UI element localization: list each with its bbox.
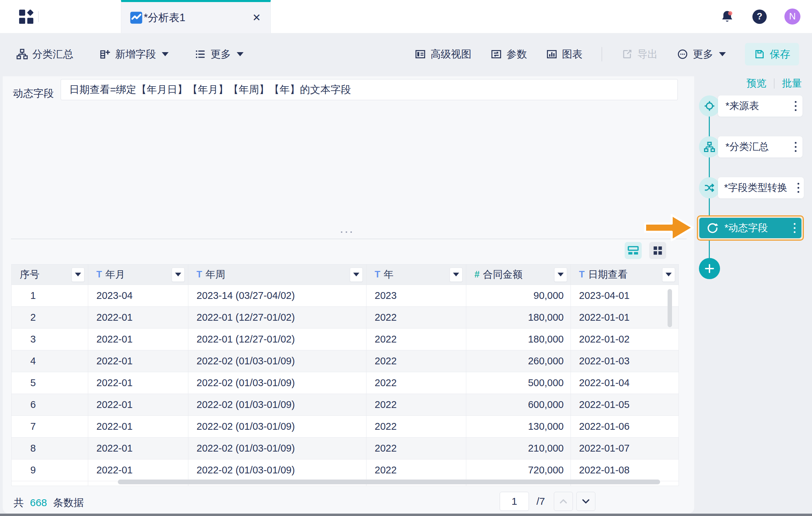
table-cell: 600,000 — [466, 394, 571, 416]
column-dropdown-button[interactable] — [662, 268, 675, 282]
add-node-button[interactable] — [699, 258, 720, 279]
preview-link[interactable]: 预览 — [747, 77, 766, 90]
dynamic-field-input[interactable] — [61, 79, 678, 100]
chart-icon — [546, 48, 558, 60]
advanced-view-icon — [415, 48, 426, 60]
toolbar: 分类汇总 新增字段 更多 — [0, 33, 812, 75]
table-cell: 2022 — [366, 329, 466, 350]
column-dropdown-button[interactable] — [350, 268, 363, 282]
next-page-button[interactable] — [576, 492, 595, 511]
column-dropdown-button[interactable] — [450, 268, 463, 282]
list-view-toggle[interactable] — [625, 242, 642, 259]
table-cell: 2022 — [366, 394, 466, 416]
save-button[interactable]: 保存 — [745, 43, 799, 65]
table-row[interactable]: 82022-012022-02 (01/03-01/09)2022210,000… — [12, 438, 679, 459]
table-row[interactable]: 92022-012022-02 (01/03-01/09)2022720,000… — [12, 459, 679, 481]
vertical-scrollbar-thumb[interactable] — [668, 289, 672, 327]
column-header-label: 年周 — [206, 268, 225, 282]
table-cell: 2022 — [366, 416, 466, 438]
table-row[interactable]: 12023-042023-14 (03/27-04/02)202390,0002… — [12, 285, 679, 307]
table-cell: 2022-02 (01/03-01/09) — [188, 459, 366, 481]
table-cell: 2022-01 — [88, 307, 188, 329]
links-divider — [774, 78, 775, 89]
highlight-arrow-annotation — [644, 210, 695, 246]
batch-link[interactable]: 批量 — [782, 77, 802, 90]
save-label: 保存 — [770, 47, 790, 61]
bottom-edge-strip — [0, 514, 812, 516]
more-left-button[interactable]: 更多 — [194, 47, 244, 61]
column-dropdown-button[interactable] — [72, 268, 84, 282]
table-cell: 2023-04-01 — [571, 285, 679, 307]
column-dropdown-button[interactable] — [172, 268, 185, 282]
field-type-convert-node-icon[interactable] — [699, 177, 720, 198]
table-cell: 2022 — [366, 350, 466, 372]
export-label: 导出 — [637, 47, 658, 61]
pipeline-node-group-summary[interactable]: *分类汇总 — [718, 136, 802, 157]
table-cell: 2023 — [366, 285, 466, 307]
export-button[interactable]: 导出 — [621, 47, 658, 61]
table-cell: 2022-01-05 — [571, 394, 679, 416]
table-body: 12023-042023-14 (03/27-04/02)202390,0002… — [12, 285, 679, 486]
table-cell: 180,000 — [466, 329, 571, 350]
column-header-label: 合同金额 — [483, 268, 522, 282]
group-summary-node-icon[interactable] — [699, 136, 720, 157]
total-prefix: 共 — [14, 497, 24, 508]
table-cell: 2022-01-06 — [571, 416, 679, 438]
column-dropdown-button[interactable] — [554, 268, 567, 282]
more-left-label: 更多 — [210, 47, 231, 61]
more-right-button[interactable]: 更多 — [677, 47, 726, 61]
table-row[interactable]: 52022-012022-02 (01/03-01/09)2022500,000… — [12, 372, 679, 394]
caret-down-icon — [719, 52, 726, 56]
avatar[interactable]: N — [784, 9, 800, 25]
table-row[interactable]: 72022-012022-02 (01/03-01/09)2022130,000… — [12, 416, 679, 438]
table-cell: 2022-01-08 — [571, 459, 679, 481]
column-header-label: 年 — [384, 268, 394, 282]
notifications-bell-icon[interactable] — [720, 9, 735, 25]
table-cell: 2022 — [366, 307, 466, 329]
table-cell: 260,000 — [466, 350, 571, 372]
table-row[interactable]: 42022-012022-02 (01/03-01/09)2022260,000… — [12, 350, 679, 372]
table-cell: 9 — [12, 459, 88, 481]
pipeline-node-field-type-convert[interactable]: *字段类型转换 — [718, 177, 804, 198]
parameters-button[interactable]: 参数 — [490, 47, 527, 61]
source-table-node-icon[interactable] — [699, 95, 720, 117]
table-cell: 2022-02 (01/03-01/09) — [188, 350, 366, 372]
table-cell: 3 — [12, 329, 88, 350]
splitter-drag-handle[interactable] — [338, 230, 355, 234]
kebab-menu-icon[interactable] — [794, 100, 797, 112]
table-row[interactable]: 32022-012022-01 (12/27-01/02)2022180,000… — [12, 329, 679, 350]
dynamic-field-label: 动态字段 — [13, 87, 54, 101]
group-summary-button[interactable]: 分类汇总 — [16, 47, 73, 61]
topbar: *分析表1 ✕ ? N — [0, 0, 812, 33]
table-cell: 2022-02 (01/03-01/09) — [188, 394, 366, 416]
help-icon[interactable]: ? — [752, 10, 767, 24]
parameters-icon — [490, 48, 502, 60]
tab-analysis-sheet[interactable]: *分析表1 ✕ — [121, 0, 271, 33]
table-cell: 2022-01-07 — [571, 438, 679, 459]
table-cell: 2022-01 — [88, 459, 188, 481]
horizontal-scrollbar-thumb[interactable] — [118, 480, 660, 484]
table-cell: 2022-01-02 — [571, 329, 679, 350]
page-total: /7 — [536, 496, 545, 507]
page-number-input[interactable] — [500, 492, 529, 511]
text-type-icon: T — [96, 269, 102, 280]
previous-page-button[interactable] — [554, 492, 573, 511]
table-row[interactable]: 62022-012022-02 (01/03-01/09)2022600,000… — [12, 394, 679, 416]
toolbar-divider — [602, 47, 602, 61]
tab-close-icon[interactable]: ✕ — [252, 12, 261, 24]
chart-button[interactable]: 图表 — [546, 47, 582, 61]
pipeline-node-source-table[interactable]: *来源表 — [718, 95, 802, 117]
pipeline-node-dynamic-field-selected[interactable]: *动态字段 — [697, 215, 804, 241]
add-field-button[interactable]: 新增字段 — [99, 47, 169, 61]
ellipsis-circle-icon — [677, 48, 688, 60]
column-header-label: 日期查看 — [588, 268, 628, 282]
kebab-menu-icon[interactable] — [797, 182, 800, 194]
app-logo-icon[interactable] — [18, 8, 35, 25]
table-cell: 5 — [12, 372, 88, 394]
chevron-down-icon — [580, 496, 592, 507]
kebab-menu-icon[interactable] — [794, 141, 797, 153]
table-cell: 2022-01 (12/27-01/02) — [188, 329, 366, 350]
table-row[interactable]: 22022-012022-01 (12/27-01/02)2022180,000… — [12, 307, 679, 329]
advanced-view-button[interactable]: 高级视图 — [415, 47, 471, 61]
kebab-menu-icon[interactable] — [793, 222, 796, 234]
